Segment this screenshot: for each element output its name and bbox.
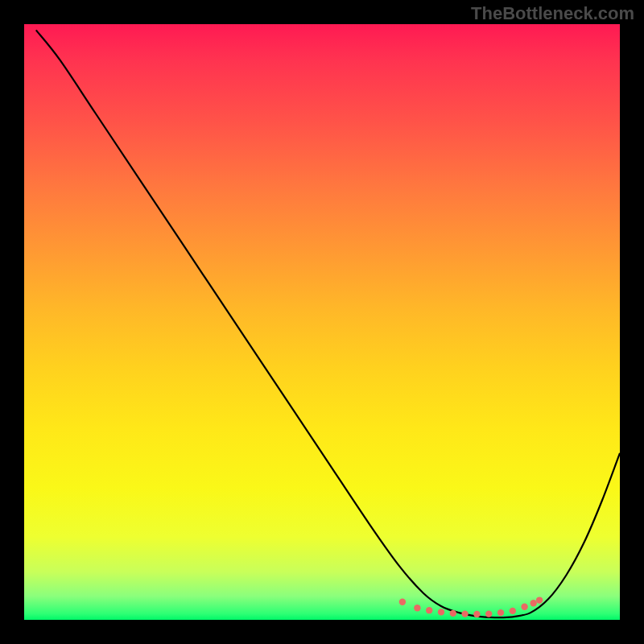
highlight-dots xyxy=(399,597,543,617)
chart-svg xyxy=(24,24,620,620)
highlight-dot xyxy=(461,610,468,617)
highlight-dot xyxy=(510,608,516,614)
highlight-dot xyxy=(521,604,527,610)
highlight-dot xyxy=(536,597,543,603)
highlight-dot xyxy=(438,609,444,615)
highlight-dot xyxy=(497,609,504,616)
chart-plot-area xyxy=(24,24,620,620)
attribution-text: TheBottleneck.com xyxy=(471,3,634,24)
highlight-dot xyxy=(485,610,492,617)
highlight-dot xyxy=(473,611,480,617)
highlight-dot xyxy=(399,599,406,605)
highlight-dot xyxy=(426,607,432,613)
highlight-dot xyxy=(450,610,456,617)
highlight-dot xyxy=(530,600,537,606)
highlight-dot xyxy=(414,605,420,611)
bottleneck-curve xyxy=(36,30,620,617)
